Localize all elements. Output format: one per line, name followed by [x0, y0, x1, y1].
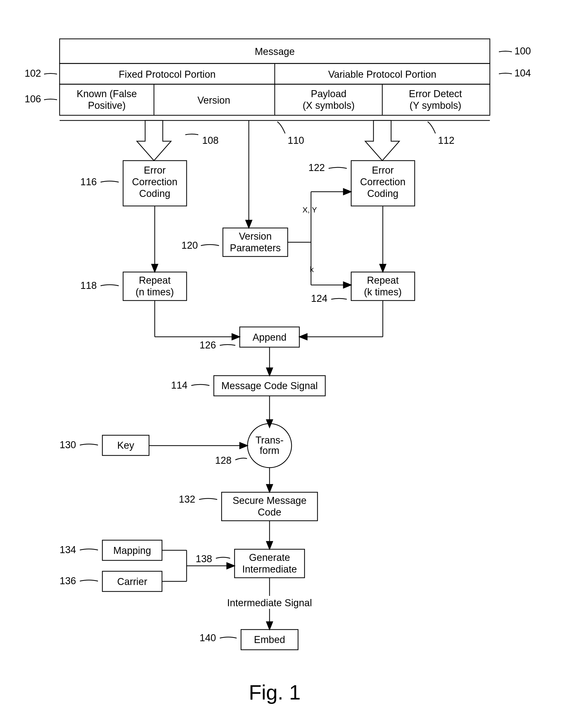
mapping-box: Mapping [102, 540, 162, 561]
ref-134: 134 [59, 544, 76, 555]
ref-128: 128 [215, 455, 231, 466]
ref-138: 138 [196, 553, 212, 564]
svg-marker-30 [232, 334, 240, 340]
gi-box: Generate Intermediate [234, 549, 304, 578]
wide-arrow-left [137, 121, 171, 161]
ref-114: 114 [171, 380, 187, 391]
header-payload-l1: Payload [311, 88, 346, 99]
ref-126: 126 [200, 340, 216, 350]
svg-marker-23 [152, 264, 158, 272]
ecc2-l2: Correction [360, 177, 405, 187]
repeat2-box: Repeat (k times) [351, 272, 415, 301]
gi-l2: Intermediate [242, 564, 297, 575]
vp-l2: Parameters [230, 242, 281, 253]
ref-122: 122 [308, 162, 325, 173]
append-box: Append [240, 327, 299, 347]
mapping-label: Mapping [113, 545, 151, 556]
ref-116: 116 [80, 177, 97, 187]
smc-l2: Code [258, 507, 281, 518]
svg-marker-48 [267, 542, 273, 549]
smc-l1: Secure Message [232, 495, 306, 506]
ref-102: 102 [25, 68, 41, 79]
header-payload-l2: (X symbols) [303, 100, 355, 111]
to-append-left [155, 301, 240, 340]
ref-118: 118 [80, 280, 97, 291]
svg-marker-13 [246, 220, 252, 228]
ecc1-box: Error Correction Coding [123, 161, 186, 206]
ref-108: 108 [202, 135, 219, 146]
vp-box: Version Parameters [223, 228, 288, 257]
ecc1-l3: Coding [139, 188, 170, 199]
header-variable: Variable Protocol Portion [328, 69, 436, 80]
append-label: Append [252, 332, 286, 343]
embed-label: Embed [254, 634, 285, 645]
header-version: Version [198, 95, 230, 106]
ref-106: 106 [25, 94, 41, 104]
wide-arrow-right [365, 121, 399, 161]
ref-104: 104 [514, 68, 531, 78]
to-append-right [299, 301, 383, 340]
carrier-label: Carrier [117, 576, 147, 587]
embed-box: Embed [241, 629, 298, 650]
ecc1-l2: Correction [132, 177, 177, 187]
intsig-label: Intermediate Signal [227, 597, 312, 608]
ecc2-box: Error Correction Coding [351, 161, 415, 206]
trans-l2: form [260, 445, 279, 456]
ref-140: 140 [200, 632, 216, 643]
diagram-canvas: Message Fixed Protocol Portion Variable … [0, 0, 579, 728]
svg-marker-33 [299, 334, 307, 340]
xy-label: X, Y [302, 205, 317, 214]
header-table: Message Fixed Protocol Portion Variable … [59, 39, 490, 121]
key-box: Key [102, 435, 149, 456]
ref-130: 130 [59, 439, 76, 450]
mcs-label: Message Code Signal [221, 380, 318, 391]
svg-marker-45 [267, 485, 273, 492]
ref-110: 110 [288, 135, 304, 146]
repeat2-l1: Repeat [367, 275, 399, 286]
svg-marker-59 [267, 622, 273, 629]
vp-l1: Version [239, 231, 272, 242]
ref-136: 136 [59, 575, 76, 586]
carrier-box: Carrier [102, 571, 162, 592]
trans-l1: Trans- [255, 435, 283, 446]
smc-box: Secure Message Code [222, 492, 318, 521]
ref-124: 124 [311, 293, 327, 304]
ecc2-l1: Error [372, 165, 394, 176]
header-error-l1: Error Detect [409, 88, 462, 99]
svg-marker-25 [380, 264, 386, 272]
svg-marker-9 [365, 121, 399, 161]
transform-circle: Trans- form [248, 423, 292, 468]
key-label: Key [117, 440, 134, 451]
repeat2-l2: (k times) [364, 287, 402, 297]
header-error-l2: (Y symbols) [409, 100, 461, 111]
svg-marker-18 [344, 189, 351, 195]
repeat1-l2: (n times) [135, 287, 174, 297]
k-label: k [310, 265, 314, 274]
header-known-l1: Known (False [77, 88, 137, 99]
repeat1-l1: Repeat [139, 275, 171, 286]
gi-l1: Generate [249, 552, 290, 563]
svg-marker-42 [240, 442, 248, 449]
svg-marker-8 [137, 121, 171, 161]
svg-marker-21 [344, 282, 351, 288]
mcs-box: Message Code Signal [214, 376, 325, 396]
ref-112: 112 [438, 135, 454, 146]
ecc2-l3: Coding [367, 188, 398, 199]
header-fixed: Fixed Protocol Portion [119, 69, 216, 80]
header-message: Message [255, 46, 295, 57]
vp-out: X, Y k [288, 189, 351, 288]
ref-132: 132 [179, 494, 195, 505]
svg-marker-36 [267, 368, 273, 376]
arrow-version-to-vp [246, 121, 252, 228]
header-known-l2: Positive) [88, 100, 126, 111]
ecc1-l1: Error [144, 165, 166, 176]
svg-marker-55 [227, 563, 234, 569]
figure-label: Fig. 1 [249, 681, 301, 704]
repeat1-box: Repeat (n times) [123, 272, 186, 301]
ref-120: 120 [181, 240, 198, 251]
ref-100: 100 [514, 46, 531, 56]
